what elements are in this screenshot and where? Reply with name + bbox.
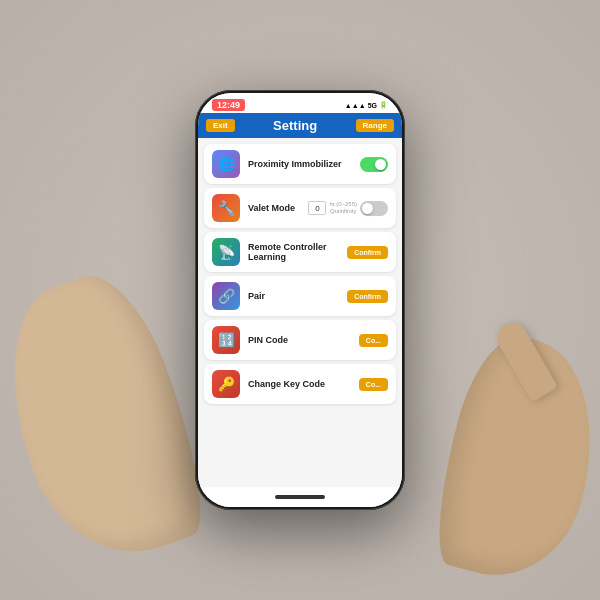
confirm-change-key-button[interactable]: Co... [359,378,388,391]
icon-remote: 📡 [212,238,240,266]
row-pair[interactable]: 🔗 Pair Confirm [204,276,396,316]
exit-button[interactable]: Exit [206,119,235,132]
row-change-key[interactable]: 🔑 Change Key Code Co... [204,364,396,404]
phone-screen: 12:49 ▲▲▲ 5G 🔋 Exit Setting Range 🌐 Prox… [198,93,402,507]
network-label: 5G [368,102,377,109]
valet-input-area: 0 hr.(0~255)Quiinfinity [308,201,388,216]
label-pin: PIN Code [248,335,351,345]
home-bar [275,495,325,499]
row-proximity[interactable]: 🌐 Proximity Immobilizer [204,144,396,184]
label-change-key: Change Key Code [248,379,351,389]
status-time: 12:49 [212,99,245,111]
icon-valet: 🔧 [212,194,240,222]
label-valet: Valet Mode [248,203,300,213]
label-remote: Remote Controller Learning [248,242,339,262]
confirm-remote-button[interactable]: Confirm [347,246,388,259]
header-bar: Exit Setting Range [198,113,402,138]
valet-number-input[interactable]: 0 [308,201,326,215]
settings-list: 🌐 Proximity Immobilizer 🔧 Valet Mode 0 h… [198,138,402,487]
phone-wrapper: 12:49 ▲▲▲ 5G 🔋 Exit Setting Range 🌐 Prox… [195,90,405,510]
valet-hint: hr.(0~255)Quiinfinity [329,201,357,215]
icon-change-key: 🔑 [212,370,240,398]
row-valet[interactable]: 🔧 Valet Mode 0 hr.(0~255)Quiinfinity [204,188,396,228]
status-icons: ▲▲▲ 5G 🔋 [345,101,388,109]
status-bar: 12:49 ▲▲▲ 5G 🔋 [198,93,402,113]
toggle-valet[interactable] [360,201,388,216]
phone: 12:49 ▲▲▲ 5G 🔋 Exit Setting Range 🌐 Prox… [195,90,405,510]
row-pin[interactable]: 🔢 PIN Code Co... [204,320,396,360]
label-pair: Pair [248,291,339,301]
range-button[interactable]: Range [356,119,394,132]
label-proximity: Proximity Immobilizer [248,159,352,169]
row-remote[interactable]: 📡 Remote Controller Learning Confirm [204,232,396,272]
confirm-pair-button[interactable]: Confirm [347,290,388,303]
page-title: Setting [273,118,317,133]
toggle-proximity[interactable] [360,157,388,172]
battery-icon: 🔋 [379,101,388,109]
icon-pair: 🔗 [212,282,240,310]
icon-pin: 🔢 [212,326,240,354]
signal-icon: ▲▲▲ [345,102,366,109]
home-indicator [198,487,402,507]
icon-proximity: 🌐 [212,150,240,178]
confirm-pin-button[interactable]: Co... [359,334,388,347]
